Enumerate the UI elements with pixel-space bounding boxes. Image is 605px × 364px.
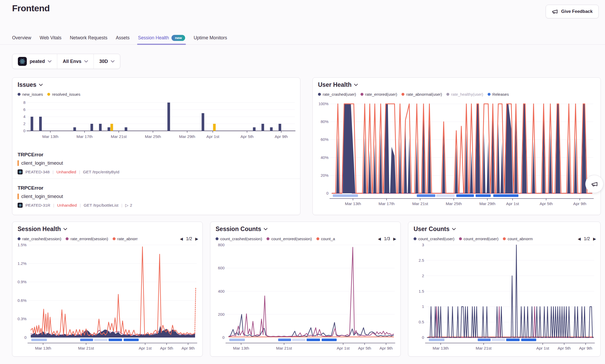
legend-next-arrow[interactable]: ▶ [393, 237, 396, 241]
tab-overview[interactable]: Overview [12, 31, 31, 45]
legend-item-resolved_issues[interactable]: resolved_issues [47, 92, 80, 97]
legend-prev-arrow[interactable]: ◀ [180, 237, 183, 241]
issue-divider [12, 179, 300, 179]
issue-short-id: PEATED-348 [25, 170, 50, 174]
svg-text:2: 2 [23, 121, 25, 126]
issue-list-item[interactable]: TRPCError client_login_timeout PEATED-34… [18, 152, 295, 174]
tab-session-health[interactable]: Session Health new [138, 31, 185, 45]
legend-label: rate_crashed(user) [323, 92, 356, 97]
svg-text:Mar 17th: Mar 17th [379, 201, 395, 206]
svg-text:1.2%: 1.2% [18, 261, 27, 266]
legend-label: rate_errored(session) [70, 237, 108, 241]
project-filter[interactable]: peated [12, 54, 57, 69]
svg-text:0.3%: 0.3% [18, 317, 27, 321]
svg-text:1.5%: 1.5% [18, 243, 27, 247]
svg-text:Mar 25th: Mar 25th [446, 201, 462, 206]
chevron-down-icon [84, 60, 88, 62]
chevron-down-icon [63, 228, 67, 230]
issue-culprit: client_login_timeout [18, 194, 295, 199]
session-health-panel: Session Health rate_crashed(session)rate… [12, 222, 203, 357]
legend-dot [316, 237, 319, 240]
issue-meta: PEATED-348 | Unhandled | GET /trpc/entit… [18, 169, 295, 174]
svg-text:2.5: 2.5 [419, 258, 424, 263]
give-feedback-label: Give Feedback [561, 9, 593, 14]
legend-prev-arrow[interactable]: ◀ [378, 237, 381, 241]
legend-item-rate_abnormal(user)[interactable]: rate_abnormal(user) [401, 92, 442, 97]
chevron-down-icon [39, 84, 43, 86]
user-counts-chart[interactable]: 00.511.522.53Mar 13thMar 21stApr 1stApr … [412, 242, 597, 353]
legend-item-count_crashed(session)[interactable]: count_crashed(session) [216, 237, 262, 241]
chevron-down-icon [264, 228, 268, 230]
legend-item-rate_crashed(user)[interactable]: rate_crashed(user) [318, 92, 356, 97]
issue-transaction: GET /trpc/entityById [83, 170, 119, 174]
unhandled-tag: Unhandled [56, 170, 76, 174]
svg-text:6: 6 [23, 107, 25, 112]
legend-item-rate_abnorr[interactable]: rate_abnorr [113, 237, 138, 241]
issue-culprit: client_login_timeout [18, 160, 295, 166]
legend-item-count_errored(session)[interactable]: count_errored(session) [267, 237, 312, 241]
legend-next-arrow[interactable]: ▶ [593, 237, 596, 241]
svg-text:0: 0 [24, 335, 27, 340]
panel-title-label: Session Health [18, 226, 61, 233]
user-health-chart[interactable]: 020%40%60%80%100%Mar 13thMar 17thMar 21s… [316, 98, 597, 211]
legend-dot [18, 237, 20, 240]
legend-dot [267, 237, 269, 240]
environment-filter[interactable]: All Envs [57, 54, 93, 69]
date-range-filter[interactable]: 30D [93, 54, 120, 69]
tab-assets[interactable]: Assets [116, 31, 130, 45]
feedback-fab-button[interactable] [585, 175, 603, 193]
legend-next-arrow[interactable]: ▶ [195, 237, 198, 241]
legend-item-new_issues[interactable]: new_issues [18, 92, 43, 97]
svg-text:Mar 13th: Mar 13th [345, 201, 361, 206]
legend-item-count_errored(user)[interactable]: count_errored(user) [459, 237, 499, 241]
issue-title[interactable]: TRPCError [18, 185, 295, 191]
legend-item-rate_healthy(user)[interactable]: rate_healthy(user) [446, 92, 483, 97]
legend-prev-arrow[interactable]: ◀ [578, 237, 581, 241]
legend-dot [216, 237, 218, 240]
issues-panel-title[interactable]: Issues [18, 81, 43, 88]
session-counts-chart[interactable]: 0200400600800Mar 13thMar 21stApr 1stApr … [214, 242, 397, 353]
give-feedback-button[interactable]: Give Feedback [546, 5, 599, 18]
legend-page-indicator: 1/2 [584, 236, 590, 241]
megaphone-icon [591, 181, 598, 188]
svg-text:0: 0 [326, 191, 328, 195]
environment-filter-value: All Envs [63, 59, 81, 64]
session-counts-panel-title[interactable]: Session Counts [216, 226, 268, 233]
issue-title[interactable]: TRPCError [18, 152, 295, 158]
tab-web-vitals[interactable]: Web Vitals [40, 31, 61, 45]
legend-item-rate_errored(user)[interactable]: rate_errored(user) [361, 92, 397, 97]
session-health-chart[interactable]: 00.3%0.6%0.9%1.2%1.5%Mar 13thMar 21stApr… [16, 242, 199, 353]
replay-count[interactable]: ▷2 [125, 203, 132, 208]
legend-dot [488, 93, 491, 96]
svg-text:Mar 25th: Mar 25th [145, 134, 161, 139]
issues-chart[interactable]: 02468Mar 13thMar 17thMar 21stMar 25thMar… [16, 98, 296, 143]
legend-item-count_crashed(user)[interactable]: count_crashed(user) [414, 237, 455, 241]
legend-item-rate_errored(session)[interactable]: rate_errored(session) [66, 237, 108, 241]
svg-text:0: 0 [222, 335, 225, 340]
svg-text:2: 2 [422, 274, 424, 278]
tab-uptime-monitors[interactable]: Uptime Monitors [194, 31, 227, 45]
legend-label: resolved_issues [52, 92, 80, 97]
legend-label: rate_abnormal(user) [406, 92, 442, 97]
svg-text:4: 4 [23, 114, 25, 119]
legend-dot [414, 237, 416, 240]
issue-list-item[interactable]: TRPCError client_login_timeout PEATED-31… [18, 185, 295, 208]
svg-text:Apr 1st: Apr 1st [506, 201, 519, 206]
legend-item-Releases[interactable]: Releases [488, 92, 509, 97]
svg-text:200: 200 [218, 312, 225, 317]
user-counts-panel-title[interactable]: User Counts [414, 226, 456, 233]
svg-text:Mar 13th: Mar 13th [42, 134, 58, 139]
chevron-down-icon [452, 228, 456, 230]
svg-text:40%: 40% [321, 155, 328, 160]
user-health-panel-title[interactable]: User Health [318, 81, 358, 88]
legend-item-rate_crashed(session)[interactable]: rate_crashed(session) [18, 237, 61, 241]
svg-text:0: 0 [422, 335, 424, 340]
legend-item-count_a[interactable]: count_a [316, 237, 335, 241]
svg-text:Apr 9th: Apr 9th [275, 134, 288, 139]
legend-item-count_abnorm[interactable]: count_abnorm [503, 237, 533, 241]
session-health-panel-title[interactable]: Session Health [18, 226, 67, 233]
svg-text:1: 1 [422, 304, 424, 309]
page-title: Frontend [12, 3, 50, 13]
tab-network-requests[interactable]: Network Requests [70, 31, 107, 45]
tab-label: Overview [12, 35, 31, 41]
